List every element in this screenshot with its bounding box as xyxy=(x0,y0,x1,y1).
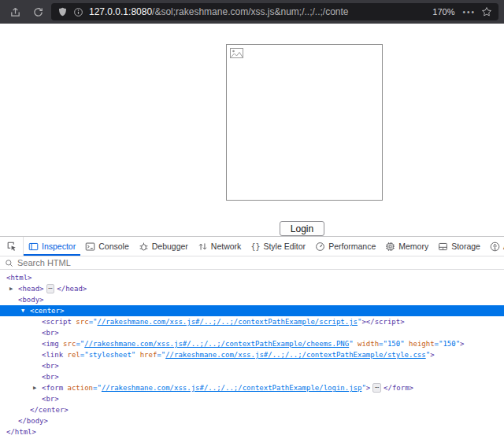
devtools-tabbar-tabs: InspectorConsoleDebuggerNetwork{}Style E… xyxy=(24,237,504,256)
markup-line[interactable]: <link rel="stylesheet" href="//rakeshman… xyxy=(0,349,504,360)
markup-token: </form> xyxy=(384,384,413,392)
tab-memory[interactable]: Memory xyxy=(380,237,433,256)
markup-view: <html>▶<head>⋯</head><body>▼<center><scr… xyxy=(0,270,504,439)
tab-label: Network xyxy=(211,242,242,251)
performance-icon xyxy=(315,242,325,252)
console-icon xyxy=(85,242,95,252)
pick-element-icon xyxy=(6,241,17,252)
urlbar[interactable]: 127.0.0.1:8080/&sol;rakeshmane.com/xss.j… xyxy=(51,3,498,20)
page-content: Login xyxy=(0,24,504,236)
markup-token: =" xyxy=(89,318,98,326)
tab-console[interactable]: Console xyxy=(80,237,134,256)
markup-token: stylesheet xyxy=(89,351,132,359)
debugger-icon xyxy=(139,242,149,252)
tab-inspector[interactable]: Inspector xyxy=(24,237,80,256)
markup-token: 150 xyxy=(387,340,400,348)
markup-token: <center> xyxy=(30,307,64,315)
markup-line[interactable]: <body> xyxy=(0,294,504,305)
collapse-arrow-icon[interactable]: ▼ xyxy=(21,305,24,316)
markup-token: </head> xyxy=(57,285,87,293)
attribute-url[interactable]: //rakeshmane.com/xss.js#/..;/..;/context… xyxy=(102,384,362,392)
expand-arrow-icon[interactable]: ▶ xyxy=(33,382,36,393)
attribute-url[interactable]: //rakeshmane.com/xss.js#/..;/..;/context… xyxy=(165,351,426,359)
markup-line[interactable]: <br> xyxy=(0,371,504,382)
pick-element-button[interactable] xyxy=(0,237,24,256)
markup-line[interactable]: ▶<form action="//rakeshmane.com/xss.js#/… xyxy=(0,382,504,393)
markup-token: > xyxy=(366,384,370,392)
markup-line[interactable]: <script src="//rakeshmane.com/xss.js#/..… xyxy=(0,316,504,327)
markup-token: <img xyxy=(42,340,59,348)
network-icon xyxy=(198,242,208,252)
markup-line[interactable]: <img src="//rakeshmane.com/xss.js#/..;/.… xyxy=(0,338,504,349)
login-button[interactable]: Login xyxy=(280,221,324,236)
markup-token: > xyxy=(460,340,464,348)
url-host: 127.0.0.1:8080 xyxy=(89,6,152,17)
markup-line[interactable]: </center> xyxy=(0,404,504,415)
markup-line[interactable]: <br> xyxy=(0,393,504,404)
markup-token: height xyxy=(405,340,435,348)
search-input[interactable] xyxy=(17,258,254,267)
markup-token: =" xyxy=(379,340,387,348)
html-search-bar xyxy=(0,256,504,270)
tab-accessibility[interactable]: Accessibility xyxy=(485,237,504,256)
search-icon xyxy=(5,259,13,267)
attribute-url[interactable]: //rakeshmane.com/xss.js#/..;/..;/context… xyxy=(97,318,358,326)
tab-label: Style Editor xyxy=(263,242,306,251)
url-text: 127.0.0.1:8080/&sol;rakeshmane.com/xss.j… xyxy=(89,6,424,17)
site-info-icon[interactable] xyxy=(73,7,83,17)
zoom-indicator[interactable]: 170% xyxy=(430,6,457,17)
devtools-tabbar: InspectorConsoleDebuggerNetwork{}Style E… xyxy=(0,237,504,256)
collapsed-children-badge[interactable]: ⋯ xyxy=(372,383,381,393)
share-icon[interactable] xyxy=(6,2,24,21)
markup-line[interactable]: <br> xyxy=(0,327,504,338)
tab-label: Performance xyxy=(328,242,376,251)
markup-line[interactable]: ▼<center> xyxy=(0,305,504,316)
collapsed-children-badge[interactable]: ⋯ xyxy=(46,284,55,293)
markup-token: <br> xyxy=(42,373,59,381)
browser-toolbar: 127.0.0.1:8080/&sol;rakeshmane.com/xss.j… xyxy=(0,0,504,24)
tab-label: Debugger xyxy=(152,242,188,251)
tab-debugger[interactable]: Debugger xyxy=(134,237,193,256)
markup-token: <br> xyxy=(42,362,59,370)
broken-image-box xyxy=(226,44,383,201)
markup-token: <form xyxy=(42,384,63,392)
markup-token: src xyxy=(59,340,76,348)
markup-token: </script> xyxy=(366,318,405,326)
markup-token: 150 xyxy=(443,340,455,348)
markup-token: src xyxy=(72,318,89,326)
tab-label: Memory xyxy=(398,242,428,251)
accessibility-icon xyxy=(490,242,500,252)
markup-token: =" xyxy=(80,351,89,359)
markup-token: <body> xyxy=(18,296,44,304)
markup-line[interactable]: </body> xyxy=(0,415,504,426)
expand-arrow-icon[interactable]: ▶ xyxy=(9,283,13,294)
attribute-url[interactable]: //rakeshmane.com/xss.js#/..;/..;/context… xyxy=(84,340,349,348)
markup-line[interactable]: <br> xyxy=(0,360,504,371)
bookmark-star-icon[interactable] xyxy=(481,6,492,17)
reload-icon[interactable] xyxy=(28,2,47,21)
markup-token: > xyxy=(430,351,434,359)
tab-label: Storage xyxy=(451,242,480,251)
markup-line[interactable]: ▶<head>⋯</head> xyxy=(0,283,504,294)
tab-storage[interactable]: Storage xyxy=(433,237,485,256)
broken-image-icon xyxy=(230,48,244,63)
markup-token: rel xyxy=(63,351,80,359)
devtools-panel: InspectorConsoleDebuggerNetwork{}Style E… xyxy=(0,236,504,439)
markup-token: <br> xyxy=(42,395,59,403)
markup-line[interactable]: <html> xyxy=(0,272,504,283)
markup-token: =" xyxy=(435,340,443,348)
tab-style-editor[interactable]: {}Style Editor xyxy=(246,237,310,256)
tracking-protection-shield-icon[interactable] xyxy=(57,6,68,17)
tab-performance[interactable]: Performance xyxy=(310,237,380,256)
markup-token: =" xyxy=(76,340,84,348)
markup-token: </html> xyxy=(6,428,36,436)
url-path: /&sol;rakeshmane.com/xss.js&num;/..;/..;… xyxy=(152,6,348,17)
page-actions-icon[interactable]: ••• xyxy=(462,8,476,17)
markup-token: href xyxy=(135,351,157,359)
markup-token: </center> xyxy=(30,406,69,414)
markup-token: =" xyxy=(157,351,165,359)
markup-token: <head> xyxy=(18,285,44,293)
style-editor-icon: {} xyxy=(250,242,260,251)
tab-network[interactable]: Network xyxy=(193,237,246,256)
markup-line[interactable]: </html> xyxy=(0,426,504,437)
